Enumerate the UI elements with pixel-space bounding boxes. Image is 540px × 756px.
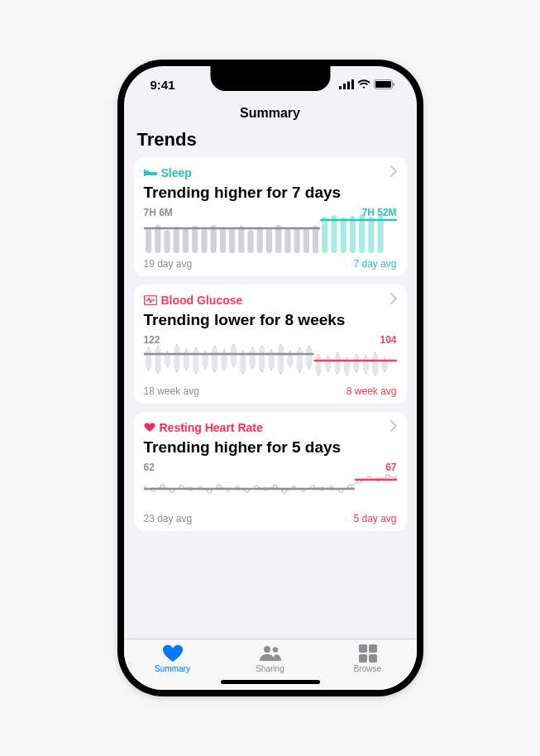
svg-rect-39 bbox=[146, 349, 151, 369]
glucose-chart: 122 104 bbox=[144, 336, 397, 380]
svg-rect-2 bbox=[347, 82, 350, 90]
bed-icon bbox=[144, 168, 157, 178]
card-headline: Trending higher for 7 days bbox=[144, 184, 397, 202]
svg-point-116 bbox=[383, 357, 385, 360]
avg-left: 18 week avg bbox=[144, 385, 199, 397]
people-icon bbox=[258, 644, 283, 663]
grid-icon bbox=[359, 644, 377, 663]
svg-point-110 bbox=[365, 356, 367, 358]
svg-rect-22 bbox=[256, 227, 262, 253]
status-indicators bbox=[339, 79, 395, 89]
tab-browse[interactable]: Browse bbox=[339, 644, 397, 673]
status-time: 9:41 bbox=[151, 78, 175, 92]
svg-rect-54 bbox=[193, 349, 198, 372]
cellular-icon bbox=[339, 79, 354, 89]
svg-rect-108 bbox=[362, 357, 368, 372]
svg-point-47 bbox=[166, 351, 169, 353]
tab-summary[interactable]: Summary bbox=[144, 644, 202, 673]
content-scroll[interactable]: Sleep Trending higher for 7 days 7H 6M 7… bbox=[124, 157, 417, 639]
svg-rect-1 bbox=[343, 84, 346, 89]
svg-point-89 bbox=[299, 347, 301, 350]
svg-point-133 bbox=[273, 485, 276, 488]
svg-rect-96 bbox=[325, 357, 331, 371]
wifi-icon bbox=[357, 79, 370, 89]
svg-point-92 bbox=[308, 346, 310, 348]
svg-point-150 bbox=[272, 647, 278, 653]
svg-point-65 bbox=[222, 349, 225, 352]
svg-point-49 bbox=[175, 371, 178, 373]
chevron-right-icon bbox=[390, 165, 397, 180]
svg-point-46 bbox=[166, 366, 169, 368]
svg-point-77 bbox=[260, 346, 263, 348]
svg-rect-10 bbox=[146, 228, 151, 253]
svg-point-40 bbox=[147, 369, 150, 371]
svg-rect-90 bbox=[306, 347, 312, 367]
svg-point-103 bbox=[346, 374, 348, 376]
svg-rect-152 bbox=[369, 644, 377, 653]
svg-rect-25 bbox=[284, 229, 290, 253]
sleep-chart: 7H 6M 7H 52M bbox=[144, 208, 397, 253]
svg-point-101 bbox=[336, 352, 338, 355]
home-indicator[interactable] bbox=[221, 680, 320, 684]
svg-point-149 bbox=[264, 646, 270, 653]
svg-point-95 bbox=[317, 354, 319, 356]
svg-point-80 bbox=[270, 349, 272, 352]
trend-card-heart[interactable]: Resting Heart Rate Trending higher for 5… bbox=[134, 412, 407, 531]
svg-point-112 bbox=[374, 374, 376, 376]
heart-chart: 62 67 bbox=[144, 463, 397, 508]
glucose-icon bbox=[144, 295, 157, 305]
svg-point-88 bbox=[299, 371, 301, 373]
svg-rect-29 bbox=[322, 217, 327, 253]
svg-rect-75 bbox=[259, 347, 265, 371]
svg-rect-93 bbox=[315, 356, 321, 374]
svg-rect-105 bbox=[353, 356, 359, 371]
tab-label: Summary bbox=[155, 664, 190, 673]
card-label: Resting Heart Rate bbox=[160, 421, 263, 434]
svg-point-41 bbox=[147, 347, 150, 350]
svg-point-94 bbox=[317, 374, 319, 376]
svg-rect-19 bbox=[229, 227, 235, 253]
chevron-right-icon bbox=[390, 420, 397, 435]
card-label: Blood Glucose bbox=[161, 294, 243, 307]
svg-rect-27 bbox=[303, 228, 308, 253]
card-headline: Trending higher for 5 days bbox=[144, 438, 397, 457]
svg-rect-9 bbox=[146, 170, 149, 173]
svg-point-79 bbox=[270, 369, 272, 371]
svg-point-44 bbox=[156, 346, 159, 348]
svg-rect-48 bbox=[174, 346, 179, 371]
svg-rect-153 bbox=[359, 654, 367, 663]
svg-rect-81 bbox=[277, 346, 283, 372]
svg-rect-151 bbox=[359, 644, 367, 653]
svg-rect-12 bbox=[164, 230, 170, 253]
svg-point-73 bbox=[251, 367, 253, 370]
svg-point-121 bbox=[160, 485, 164, 488]
tab-sharing[interactable]: Sharing bbox=[241, 644, 299, 673]
svg-rect-42 bbox=[155, 347, 160, 372]
svg-point-71 bbox=[241, 351, 244, 353]
svg-rect-99 bbox=[334, 354, 340, 372]
svg-point-53 bbox=[184, 349, 187, 352]
svg-rect-28 bbox=[313, 226, 318, 253]
avg-left: 23 day avg bbox=[144, 513, 193, 524]
svg-point-56 bbox=[194, 347, 197, 350]
phone-frame: 9:41 Summary Trends Sleep bbox=[117, 60, 423, 696]
avg-right: 8 week avg bbox=[346, 385, 397, 397]
svg-rect-87 bbox=[296, 349, 302, 371]
trend-card-sleep[interactable]: Sleep Trending higher for 7 days 7H 6M 7… bbox=[134, 157, 407, 276]
svg-point-113 bbox=[374, 352, 376, 355]
svg-rect-66 bbox=[230, 346, 236, 366]
svg-rect-69 bbox=[240, 352, 246, 372]
svg-rect-20 bbox=[238, 226, 244, 253]
svg-point-100 bbox=[336, 372, 338, 375]
svg-point-106 bbox=[355, 371, 357, 373]
chevron-right-icon bbox=[390, 293, 397, 308]
svg-point-68 bbox=[232, 344, 235, 347]
notch bbox=[210, 66, 330, 91]
svg-rect-6 bbox=[393, 83, 394, 86]
page-title: Summary bbox=[124, 103, 417, 127]
battery-icon bbox=[374, 79, 395, 89]
svg-point-86 bbox=[289, 351, 291, 353]
svg-point-52 bbox=[184, 369, 187, 371]
trend-card-glucose[interactable]: Blood Glucose Trending lower for 8 weeks… bbox=[134, 285, 407, 404]
svg-rect-154 bbox=[369, 654, 377, 663]
